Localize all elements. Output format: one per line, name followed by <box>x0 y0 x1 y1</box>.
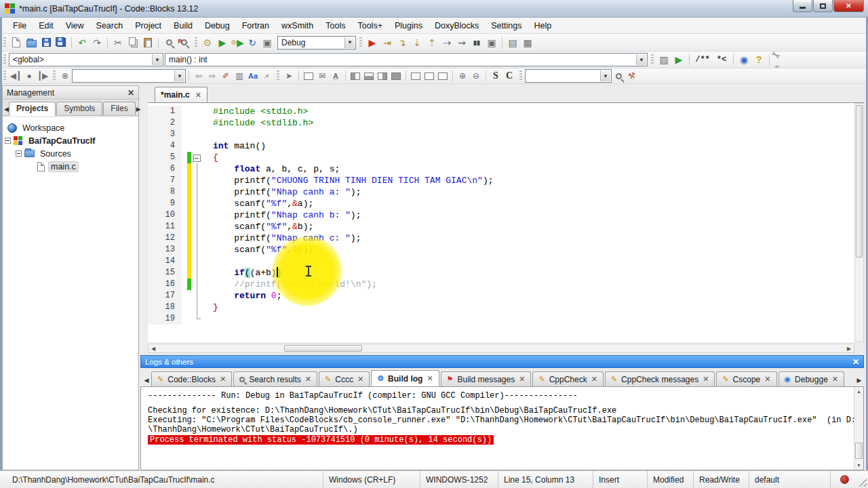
incsearch-match-case-icon[interactable]: Aa <box>246 69 260 83</box>
toolbar-grip[interactable] <box>3 37 6 48</box>
line-number[interactable]: 5 <box>148 152 182 163</box>
incsearch-next-icon[interactable]: ⇨ <box>205 69 219 83</box>
various-info-icon[interactable]: ▦ <box>520 35 535 50</box>
line-number[interactable]: 8 <box>148 186 182 198</box>
zoom-in-icon[interactable]: ⊕ <box>456 69 469 83</box>
scrollbar-thumb[interactable] <box>856 105 863 258</box>
new-file-icon[interactable] <box>9 35 24 50</box>
line-number[interactable]: 14 <box>148 256 182 267</box>
log-tab-cppcheck[interactable]: ✎CppCheck✕ <box>532 371 603 386</box>
abort-build-icon[interactable]: ▣ <box>260 35 275 50</box>
code-line[interactable]: 17 return 0; <box>148 290 854 302</box>
find-icon[interactable] <box>161 35 176 50</box>
error-log-icon[interactable] <box>840 475 849 484</box>
code-line[interactable]: 7 printf("CHUONG TRINH TINH DIEN TICH TA… <box>148 175 854 186</box>
menu-item-view[interactable]: View <box>60 18 90 34</box>
scroll-down-icon[interactable]: ▼ <box>854 461 863 470</box>
incsearch-match-word-icon[interactable]: .× <box>260 69 273 83</box>
line-number[interactable]: 6 <box>148 163 182 175</box>
code-editor[interactable]: 1#include <stdio.h>2#include <stdlib.h>3… <box>148 103 854 342</box>
letter-s-button[interactable]: S <box>489 69 502 83</box>
replace-icon[interactable]: R <box>176 35 191 50</box>
incsearch-input[interactable]: ▼ <box>72 69 186 83</box>
close-icon[interactable]: ✕ <box>195 91 201 100</box>
code-line[interactable]: 4int main() <box>148 140 854 152</box>
logs-caption[interactable]: Logs & others ✕ <box>140 355 864 368</box>
menu-item-build[interactable]: Build <box>167 18 199 34</box>
code-line[interactable]: 10 printf("Nhap canh b: "); <box>148 209 854 221</box>
code-line[interactable]: 19 <box>148 313 854 325</box>
step-into-icon[interactable]: ⇣ <box>410 35 425 50</box>
log-tab-search-results[interactable]: Search results✕ <box>233 371 317 386</box>
doxy-extract-icon[interactable]: ▨ <box>656 52 671 67</box>
title-bar[interactable]: *main.c [BaiTapCauTrucIf] - Code::Blocks… <box>0 0 868 18</box>
code-line[interactable]: 12 printf("Nhap canh c: "); <box>148 232 854 244</box>
log-vertical-scrollbar[interactable]: ▲ ▼ <box>854 387 863 470</box>
help-icon[interactable]: ? <box>751 52 766 67</box>
menu-item-settings[interactable]: Settings <box>485 18 528 34</box>
code-line[interactable]: 3 <box>148 129 854 140</box>
text-page-icon[interactable]: A̲ <box>329 69 342 83</box>
code-line[interactable]: 15 if((a+b)) <box>148 267 854 279</box>
scroll-left-icon[interactable]: ◀ <box>149 346 158 352</box>
dock-right-icon[interactable] <box>376 69 389 83</box>
build-target-select[interactable]: Debug ▼ <box>277 36 356 49</box>
tabs-scroll-right-icon[interactable]: ▶ <box>854 374 864 386</box>
zoom-out-icon[interactable]: ⊖ <box>469 69 483 83</box>
frame-icon[interactable] <box>302 69 315 83</box>
log-tab-build-log[interactable]: ⚙Build log✕ <box>371 370 439 386</box>
line-number[interactable]: 4 <box>148 140 182 152</box>
code-line[interactable]: 1#include <stdio.h> <box>148 106 854 117</box>
close-icon[interactable]: ✕ <box>427 374 433 383</box>
wxsmith-icon[interactable]: ◉ <box>736 52 751 67</box>
threadsearch-options-icon[interactable]: ⚒︎ <box>624 68 640 84</box>
log-tab-build-messages[interactable]: ⚑Build messages✕ <box>441 371 532 386</box>
menu-item-help[interactable]: Help <box>528 18 557 34</box>
dock-left-icon[interactable] <box>349 69 362 83</box>
resize-grip[interactable] <box>859 479 867 487</box>
paste-icon[interactable] <box>140 35 155 50</box>
menu-item-tools[interactable]: Tools <box>319 18 351 34</box>
log-tab-code-blocks[interactable]: ✎Code::Blocks✕ <box>151 371 232 386</box>
box-left-icon[interactable] <box>422 69 436 83</box>
undo-icon[interactable]: ↶ <box>75 35 90 50</box>
threadsearch-input[interactable]: ▼ <box>525 69 612 83</box>
next-line-icon[interactable]: ↴ <box>395 35 410 50</box>
next-instruction-icon[interactable]: ⇢ <box>439 35 454 50</box>
run-to-cursor-icon[interactable]: ⇥ <box>380 35 395 50</box>
menu-item-edit[interactable]: Edit <box>33 18 60 34</box>
code-line[interactable]: 16 //printf("Hello world!\n"); <box>148 279 854 290</box>
code-line[interactable]: 9 scanf("%f",&a); <box>148 198 854 209</box>
tabs-scroll-left-icon[interactable]: ◀ <box>142 374 151 386</box>
doxy-view-icon[interactable]: ▶ <box>671 52 686 67</box>
redo-icon[interactable]: ↷ <box>90 35 104 50</box>
tree-item-baitapcautrucif[interactable]: BaiTapCauTrucIf <box>3 134 138 147</box>
collapse-icon[interactable] <box>16 150 22 157</box>
close-icon[interactable]: ✕ <box>127 88 134 98</box>
menu-item-search[interactable]: Search <box>90 18 130 34</box>
menu-item-doxyblocks[interactable]: DoxyBlocks <box>429 18 485 34</box>
box-right-icon[interactable] <box>436 69 450 83</box>
tab-symbols[interactable]: Symbols <box>56 102 102 115</box>
debugging-windows-icon[interactable]: ▤ <box>505 35 520 50</box>
close-icon[interactable]: ✕ <box>703 375 709 384</box>
close-icon[interactable]: ✕ <box>852 357 859 367</box>
box-expand-icon[interactable] <box>409 69 422 83</box>
line-number[interactable]: 11 <box>148 221 182 232</box>
tab-projects[interactable]: Projects <box>9 102 56 116</box>
rebuild-icon[interactable]: ↻ <box>245 35 260 50</box>
code-line[interactable]: 2#include <stdlib.h> <box>148 117 854 129</box>
letter-c-button[interactable]: C <box>502 69 516 83</box>
menu-item-project[interactable]: Project <box>129 18 167 34</box>
line-number[interactable]: 12 <box>148 232 182 244</box>
line-number[interactable]: 1 <box>148 106 182 117</box>
close-icon[interactable]: ✕ <box>305 375 311 384</box>
line-number[interactable]: 18 <box>148 302 182 313</box>
dock-fill-icon[interactable] <box>389 69 403 83</box>
doxy-block-comment-button[interactable]: /** <box>692 52 713 67</box>
menu-item-wxsmith[interactable]: wxSmith <box>275 18 319 34</box>
line-number[interactable]: 3 <box>148 129 182 140</box>
maximize-button[interactable] <box>813 0 833 12</box>
dock-bottom-icon[interactable] <box>362 69 376 83</box>
line-number[interactable]: 7 <box>148 175 182 186</box>
